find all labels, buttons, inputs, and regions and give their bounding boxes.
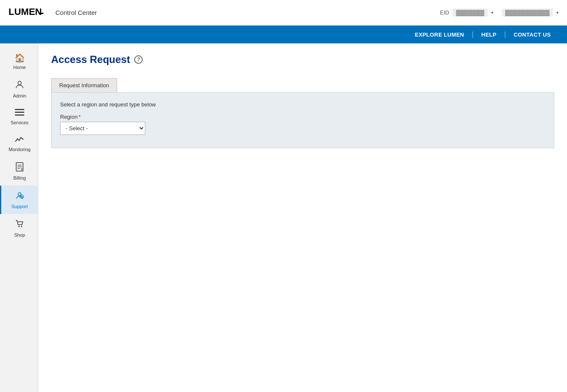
billing-icon: $ xyxy=(15,162,24,174)
sidebar: 🏠 Home Admin Services xyxy=(0,43,38,392)
sidebar-label-support: Support xyxy=(12,204,28,209)
logo-text: LUMEN xyxy=(9,6,55,20)
sidebar-label-services: Services xyxy=(11,120,29,125)
region-label: Region* xyxy=(60,114,545,120)
form-description: Select a region and request type below xyxy=(60,101,545,108)
svg-point-14 xyxy=(21,226,22,227)
sidebar-label-monitoring: Monitoring xyxy=(9,147,30,152)
svg-rect-3 xyxy=(15,109,24,110)
nav-contact-us[interactable]: CONTACT US xyxy=(506,31,558,38)
logo: LUMEN xyxy=(9,6,55,20)
eid-value: ▓▓▓▓▓▓▓ xyxy=(452,9,487,17)
help-icon[interactable]: ? xyxy=(134,55,143,64)
nav-help[interactable]: HELP xyxy=(474,31,504,38)
monitoring-icon xyxy=(15,135,24,145)
home-icon: 🏠 xyxy=(14,53,25,63)
app-title: Control Center xyxy=(55,9,97,16)
svg-text:LUMEN: LUMEN xyxy=(9,6,42,17)
sidebar-item-support[interactable]: Support xyxy=(0,186,38,214)
required-star: * xyxy=(78,114,81,120)
user-dropdown-arrow[interactable]: ▾ xyxy=(556,10,558,15)
svg-point-2 xyxy=(18,81,21,85)
sidebar-label-home: Home xyxy=(13,65,26,70)
support-icon xyxy=(15,191,24,202)
sidebar-item-admin[interactable]: Admin xyxy=(0,75,38,103)
sidebar-item-home[interactable]: 🏠 Home xyxy=(0,48,38,75)
lumen-logo-svg: LUMEN xyxy=(9,6,55,17)
sidebar-item-monitoring[interactable]: Monitoring xyxy=(0,130,38,157)
blue-nav: EXPLORE LUMEN | HELP | CONTACT US xyxy=(0,26,567,43)
services-icon xyxy=(15,109,24,118)
sidebar-item-shop[interactable]: Shop xyxy=(0,214,38,243)
svg-rect-4 xyxy=(15,112,24,113)
main-content: Access Request ? Request Information Sel… xyxy=(38,43,567,392)
tab-request-information[interactable]: Request Information xyxy=(51,78,117,92)
region-field: Region* - Select - North America Europe … xyxy=(60,114,545,135)
eid-label: EID xyxy=(440,9,449,16)
tab-bar: Request Information xyxy=(51,78,554,92)
form-section: Select a region and request type below R… xyxy=(51,92,554,148)
svg-rect-5 xyxy=(15,114,24,116)
svg-rect-1 xyxy=(39,13,43,14)
svg-point-13 xyxy=(18,226,20,227)
page-title-row: Access Request ? xyxy=(51,54,554,66)
region-select[interactable]: - Select - North America Europe Asia Pac… xyxy=(60,122,145,135)
eid-dropdown-arrow[interactable]: ▾ xyxy=(491,10,493,15)
admin-icon xyxy=(15,80,24,92)
page-title: Access Request xyxy=(51,54,130,66)
sidebar-label-billing: Billing xyxy=(13,175,26,180)
header-right: EID ▓▓▓▓▓▓▓ ▾ ▓▓▓▓▓▓▓▓▓▓▓ ▾ xyxy=(440,9,558,17)
nav-explore-lumen[interactable]: EXPLORE LUMEN xyxy=(407,31,472,38)
main-layout: 🏠 Home Admin Services xyxy=(0,43,567,392)
top-header: LUMEN Control Center EID ▓▓▓▓▓▓▓ ▾ ▓▓▓▓▓… xyxy=(0,0,567,26)
sidebar-item-services[interactable]: Services xyxy=(0,103,38,130)
svg-text:$: $ xyxy=(21,168,23,171)
shop-icon xyxy=(15,219,24,231)
sidebar-label-admin: Admin xyxy=(13,93,26,98)
user-value: ▓▓▓▓▓▓▓▓▓▓▓ xyxy=(502,9,553,17)
sidebar-label-shop: Shop xyxy=(14,232,25,237)
sidebar-item-billing[interactable]: $ Billing xyxy=(0,157,38,186)
